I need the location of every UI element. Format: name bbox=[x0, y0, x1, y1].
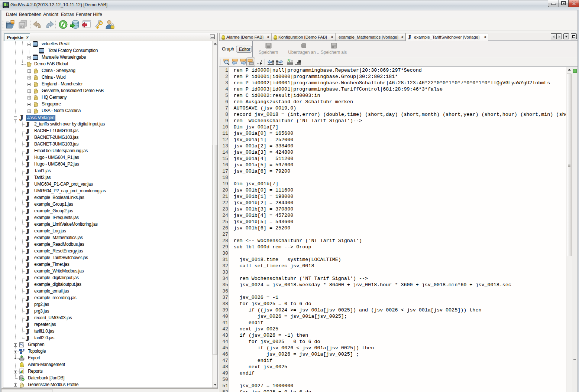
svg-text:GridVis: GridVis bbox=[4, 7, 8, 8]
svg-text:N: N bbox=[287, 59, 291, 63]
